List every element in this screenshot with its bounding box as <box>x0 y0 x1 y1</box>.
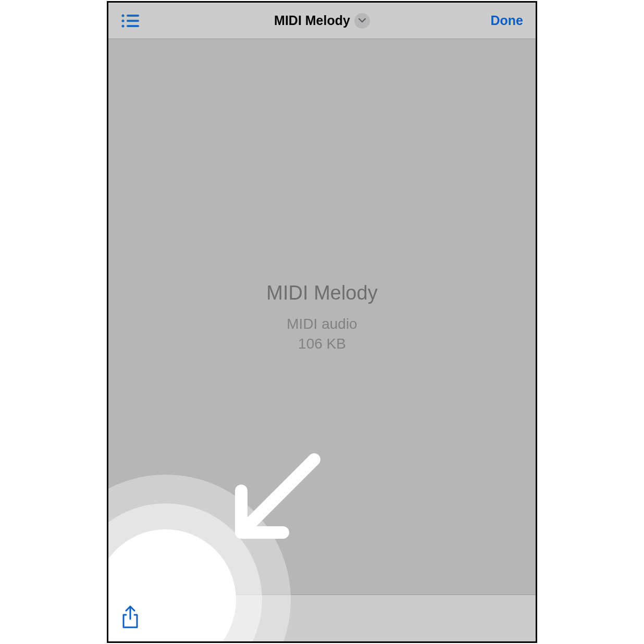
file-size-label: 106 KB <box>298 336 346 352</box>
done-button[interactable]: Done <box>491 13 524 28</box>
svg-point-4 <box>121 24 124 27</box>
list-button[interactable] <box>121 14 140 28</box>
file-name-label: MIDI Melody <box>266 282 377 304</box>
list-icon <box>121 14 140 28</box>
file-preview-screen: MIDI Melody Done MIDI Melody MIDI audio … <box>107 1 537 643</box>
svg-point-0 <box>121 14 124 17</box>
share-icon <box>121 605 140 629</box>
title-dropdown[interactable]: MIDI Melody <box>274 13 370 29</box>
share-button[interactable] <box>121 605 140 631</box>
toolbar <box>108 595 536 641</box>
svg-rect-1 <box>127 15 139 17</box>
svg-point-2 <box>121 19 124 22</box>
svg-rect-5 <box>127 25 139 27</box>
file-info-panel: MIDI Melody MIDI audio 106 KB <box>108 39 536 595</box>
svg-rect-3 <box>127 20 139 22</box>
chevron-down-icon <box>354 13 370 29</box>
page-title: MIDI Melody <box>274 13 350 28</box>
file-type-label: MIDI audio <box>287 316 357 332</box>
navigation-bar: MIDI Melody Done <box>108 3 536 39</box>
